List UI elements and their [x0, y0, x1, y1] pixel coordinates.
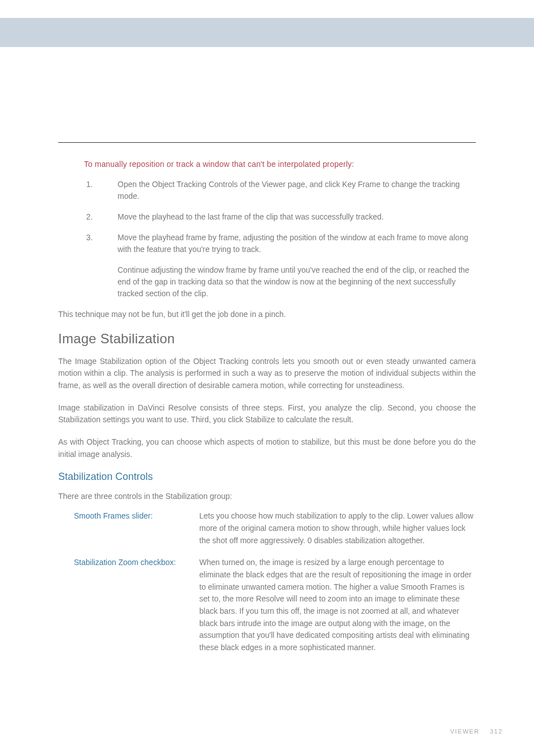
page-footer: VIEWER 312 — [450, 728, 503, 735]
subsection-heading: Stabilization Controls — [58, 471, 476, 483]
section-heading: Image Stabilization — [58, 331, 476, 347]
body-paragraph: This technique may not be fun, but it'll… — [58, 309, 476, 321]
step-text: Move the playhead frame by frame, adjust… — [118, 232, 476, 255]
step-number: 3. — [86, 232, 118, 255]
body-paragraph: There are three controls in the Stabiliz… — [58, 491, 476, 503]
body-paragraph: Image stabilization in DaVinci Resolve c… — [58, 402, 476, 426]
definition-body: Lets you choose how much stabilization t… — [199, 510, 476, 547]
body-paragraph: The Image Stabilization option of the Ob… — [58, 356, 476, 392]
ordered-step: 3. Move the playhead frame by frame, adj… — [86, 232, 476, 255]
ordered-step: 2. Move the playhead to the last frame o… — [86, 211, 476, 223]
step-continuation: Continue adjusting the window frame by f… — [118, 264, 476, 300]
step-number: 2. — [86, 211, 118, 223]
page-content: To manually reposition or track a window… — [58, 142, 476, 664]
definition-term: Smooth Frames slider: — [74, 510, 199, 547]
horizontal-rule — [58, 142, 476, 143]
definition-body: When turned on, the image is resized by … — [199, 557, 476, 654]
footer-section-label: VIEWER — [450, 728, 479, 735]
body-paragraph: As with Object Tracking, you can choose … — [58, 436, 476, 460]
step-number: 1. — [86, 179, 118, 202]
definition-term: Stabilization Zoom checkbox: — [74, 557, 199, 654]
header-band — [0, 18, 534, 47]
definition-row: Smooth Frames slider: Lets you choose ho… — [74, 510, 476, 547]
step-text: Open the Object Tracking Controls of the… — [118, 179, 476, 202]
ordered-step: 1. Open the Object Tracking Controls of … — [86, 179, 476, 202]
step-text: Move the playhead to the last frame of t… — [118, 211, 476, 223]
procedure-heading: To manually reposition or track a window… — [84, 160, 476, 169]
footer-page-number: 312 — [490, 728, 503, 735]
definition-row: Stabilization Zoom checkbox: When turned… — [74, 557, 476, 654]
